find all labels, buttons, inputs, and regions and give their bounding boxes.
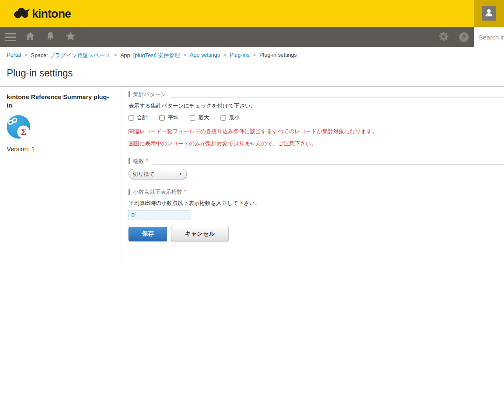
chain-link-icon bbox=[7, 116, 19, 128]
user-person-icon bbox=[484, 8, 494, 19]
breadcrumb: Portal > Space: プラグイン検証スペース > App: [plug… bbox=[0, 47, 504, 59]
checkbox-max: 最大 bbox=[190, 114, 209, 121]
section-rule bbox=[191, 188, 504, 195]
kintone-cloud-icon bbox=[13, 6, 30, 22]
plugin-name: kintone Reference Summary plug-in bbox=[7, 93, 114, 109]
global-search-area bbox=[474, 27, 504, 47]
content-area: kintone Reference Summary plug-in Σ Vers… bbox=[0, 87, 504, 266]
breadcrumb-space-item: Space: プラグイン検証スペース bbox=[31, 52, 111, 59]
top-header-bar: kintone bbox=[0, 0, 504, 27]
max-checkbox-label: 最大 bbox=[198, 114, 209, 121]
plugin-version: Version: 1 bbox=[7, 145, 114, 152]
checkbox-min: 最小 bbox=[220, 114, 240, 121]
warning-text-2: 画面に表示中のレコードのみが集計対象ではりませんので、ご注意下さい。 bbox=[129, 140, 504, 147]
breadcrumb-separator: > bbox=[223, 52, 226, 59]
sum-checkbox-label: 合計 bbox=[137, 114, 148, 121]
section-rule bbox=[153, 158, 504, 165]
plugin-settings-form: 集計パターン 表示する集計パターンにチェックを付けて下さい。 合計 平均 最大 … bbox=[121, 87, 504, 266]
checkbox-average: 平均 bbox=[159, 114, 178, 121]
breadcrumb-separator: > bbox=[253, 52, 256, 59]
chevron-down-icon: ▼ bbox=[179, 172, 182, 176]
warning-text-1: 関連レコード一覧フィールドの各絞り込み条件に該当するすべてのレコードが集計対象に… bbox=[129, 128, 504, 135]
section-rule bbox=[171, 91, 504, 98]
breadcrumb-current: Plug-in settings bbox=[260, 52, 297, 59]
home-button[interactable] bbox=[20, 27, 40, 47]
hamburger-icon bbox=[5, 33, 16, 41]
sum-checkbox[interactable] bbox=[129, 115, 134, 121]
nav-left-group bbox=[0, 27, 81, 47]
section-header-digits: 小数点以下表示桁数 * bbox=[129, 188, 504, 196]
required-asterisk: * bbox=[146, 158, 148, 165]
breadcrumb-separator: > bbox=[24, 52, 28, 59]
hamburger-menu-button[interactable] bbox=[0, 27, 20, 47]
min-checkbox[interactable] bbox=[220, 115, 226, 121]
nav-right-group: ? bbox=[433, 27, 504, 47]
required-asterisk: * bbox=[184, 188, 186, 196]
cancel-button[interactable]: キャンセル bbox=[171, 227, 229, 241]
section-accent-bar bbox=[129, 158, 130, 164]
notifications-button[interactable] bbox=[40, 27, 60, 47]
page-title: Plug-in settings bbox=[7, 68, 504, 79]
section-accent-bar bbox=[129, 91, 130, 97]
rounding-select[interactable]: 切り捨て ▼ bbox=[129, 169, 187, 179]
breadcrumb-app-link[interactable]: [plugTest] 案件管理 bbox=[133, 52, 180, 58]
breadcrumb-separator: > bbox=[114, 52, 117, 59]
search-input[interactable] bbox=[474, 27, 504, 47]
min-checkbox-label: 最小 bbox=[229, 114, 240, 121]
help-button[interactable]: ? bbox=[454, 27, 474, 47]
section-accent-bar bbox=[129, 189, 130, 195]
digits-section-label: 小数点以下表示桁数 bbox=[133, 188, 182, 196]
breadcrumb-plugins-link[interactable]: Plug-ins bbox=[230, 52, 249, 59]
digits-input[interactable] bbox=[129, 210, 191, 220]
save-button[interactable]: 保存 bbox=[129, 227, 167, 241]
help-icon: ? bbox=[459, 32, 469, 42]
kintone-logo[interactable]: kintone bbox=[13, 6, 71, 22]
pattern-section-label: 集計パターン bbox=[133, 91, 166, 98]
section-header-pattern: 集計パターン bbox=[129, 91, 504, 98]
pattern-checkbox-group: 合計 平均 最大 最小 bbox=[129, 114, 504, 121]
average-checkbox-label: 平均 bbox=[168, 114, 178, 121]
breadcrumb-space-link[interactable]: プラグイン検証スペース bbox=[50, 52, 110, 58]
rounding-section-label: 端数 bbox=[133, 158, 144, 165]
home-icon bbox=[25, 31, 36, 43]
breadcrumb-separator: > bbox=[183, 52, 186, 59]
max-checkbox[interactable] bbox=[190, 115, 195, 121]
gear-icon bbox=[438, 31, 449, 44]
checkbox-sum: 合計 bbox=[129, 114, 148, 121]
digits-instruction: 平均算出時の小数点以下表示桁数を入力して下さい。 bbox=[129, 200, 504, 207]
form-actions: 保存 キャンセル bbox=[129, 227, 504, 241]
brand-wordmark: kintone bbox=[32, 7, 71, 21]
bell-icon bbox=[45, 31, 55, 43]
breadcrumb-app-item: App: [plugTest] 案件管理 bbox=[121, 52, 180, 59]
sigma-glyph: Σ bbox=[21, 127, 26, 136]
favorites-button[interactable] bbox=[60, 27, 81, 47]
star-icon bbox=[65, 30, 76, 44]
reference-summary-plugin-icon: Σ bbox=[7, 115, 30, 139]
breadcrumb-app-settings-link[interactable]: App settings bbox=[190, 52, 220, 59]
section-header-rounding: 端数 * bbox=[129, 158, 504, 165]
pattern-instruction: 表示する集計パターンにチェックを付けて下さい。 bbox=[129, 102, 504, 110]
user-menu-area bbox=[474, 0, 504, 27]
breadcrumb-portal-link[interactable]: Portal bbox=[7, 52, 21, 59]
plugin-info-sidebar: kintone Reference Summary plug-in Σ Vers… bbox=[7, 87, 121, 266]
global-nav-bar: ? bbox=[0, 27, 504, 47]
sigma-badge: Σ bbox=[17, 126, 30, 138]
average-checkbox[interactable] bbox=[159, 115, 165, 121]
user-avatar-button[interactable] bbox=[482, 6, 496, 21]
settings-button[interactable] bbox=[433, 27, 454, 47]
rounding-select-value: 切り捨て bbox=[133, 171, 155, 178]
